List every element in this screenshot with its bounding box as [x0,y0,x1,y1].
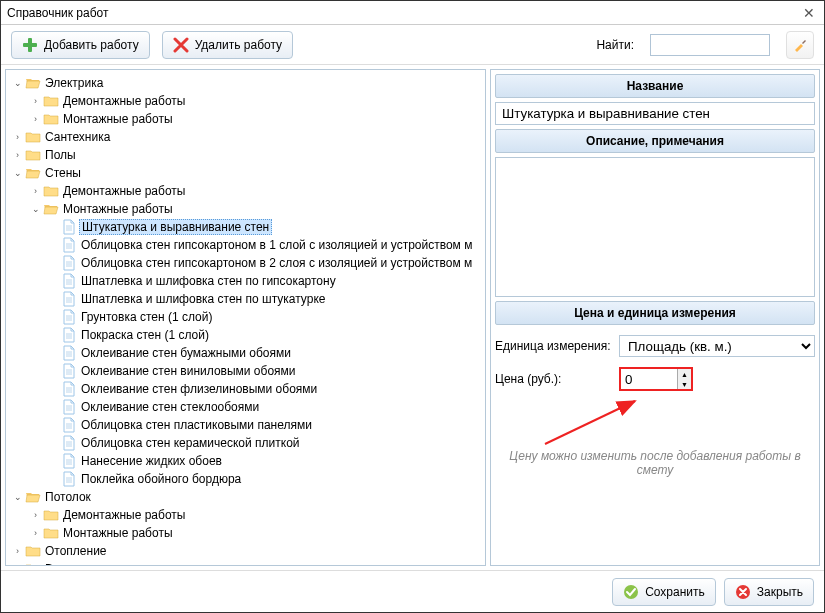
tree-folder[interactable]: ⌄Электрика [12,74,485,92]
expand-icon[interactable]: › [30,510,41,521]
tree-item[interactable]: Оклеивание стен виниловыми обоями [48,362,485,380]
tree-panel[interactable]: ⌄Электрика›Демонтажные работы›Монтажные … [5,69,486,566]
file-icon [61,381,77,397]
delete-work-button[interactable]: Удалить работу [162,31,293,59]
plus-icon [22,37,38,53]
folder-icon [43,525,59,541]
price-hint: Цену можно изменить после добавления раб… [495,449,815,477]
tree-item[interactable]: Оклеивание стен флизелиновыми обоями [48,380,485,398]
collapse-icon[interactable]: ⌄ [12,78,23,89]
tree-label: Монтажные работы [61,526,175,540]
tree-item[interactable]: Грунтовка стен (1 слой) [48,308,485,326]
brush-icon [792,37,808,53]
name-field[interactable] [495,102,815,125]
price-section-header: Цена и единица измерения [495,301,815,325]
tree-folder[interactable]: ›Демонтажные работы [30,92,485,110]
tree-folder[interactable]: ›Монтажные работы [30,524,485,542]
tree-folder[interactable]: ›Монтажные работы [30,110,485,128]
expand-icon[interactable]: › [12,150,23,161]
tree-item[interactable]: Шпатлевка и шлифовка стен по штукатурке [48,290,485,308]
expand-icon[interactable]: › [30,114,41,125]
search-button[interactable] [786,31,814,59]
details-panel: Название Описание, примечания Цена и еди… [490,69,820,566]
tree-folder[interactable]: ⌄Монтажные работы [30,200,485,218]
spinner-up-icon[interactable]: ▲ [678,369,691,379]
tree-item[interactable]: Облицовка стен керамической плиткой [48,434,485,452]
tree-folder[interactable]: ›Отопление [12,542,485,560]
close-circle-icon [735,584,751,600]
close-button[interactable]: Закрыть [724,578,814,606]
tree-folder[interactable]: ⌄Потолок [12,488,485,506]
tree-label: Облицовка стен пластиковыми панелями [79,418,314,432]
tree-label: Отопление [43,544,109,558]
tree-item[interactable]: Оклеивание стен бумажными обоями [48,344,485,362]
tree-folder[interactable]: ›Демонтажные работы [30,506,485,524]
price-label: Цена (руб.): [495,372,615,386]
tree-label: Демонтажные работы [61,94,187,108]
folder-icon [43,183,59,199]
folder-icon [43,93,59,109]
tree-folder[interactable]: ›Сантехника [12,128,485,146]
tree-label: Шпатлевка и шлифовка стен по штукатурке [79,292,327,306]
folder-icon [25,561,41,566]
collapse-icon[interactable]: ⌄ [30,204,41,215]
delete-work-label: Удалить работу [195,38,282,52]
price-stepper[interactable]: ▲ ▼ [619,367,693,391]
tree-item[interactable]: Нанесение жидких обоев [48,452,485,470]
folder-open-icon [25,489,41,505]
tree-item[interactable]: Поклейка обойного бордюра [48,470,485,488]
file-icon [61,273,77,289]
footer: Сохранить Закрыть [1,570,824,612]
name-section-header: Название [495,74,815,98]
tree-item[interactable]: Штукатурка и выравнивание стен [48,218,485,236]
folder-open-icon [25,165,41,181]
tree-item[interactable]: Оклеивание стен стеклообоями [48,398,485,416]
window-title: Справочник работ [7,6,108,20]
spinner-down-icon[interactable]: ▼ [678,379,691,389]
tree-label: Полы [43,148,78,162]
file-icon [61,363,77,379]
tree-folder[interactable]: ⌄Стены [12,164,485,182]
file-icon [61,471,77,487]
search-input[interactable] [650,34,770,56]
file-icon [61,345,77,361]
folder-icon [43,507,59,523]
svg-rect-1 [23,43,37,47]
expand-icon[interactable]: › [30,96,41,107]
expand-icon[interactable]: › [30,528,41,539]
description-field[interactable] [495,157,815,297]
tree-label: Стены [43,166,83,180]
collapse-icon[interactable]: ⌄ [12,168,23,179]
tree-item[interactable]: Облицовка стен пластиковыми панелями [48,416,485,434]
tree-label: Оклеивание стен флизелиновыми обоями [79,382,319,396]
price-input[interactable] [621,369,677,389]
add-work-button[interactable]: Добавить работу [11,31,150,59]
collapse-icon[interactable]: ⌄ [12,492,23,503]
tree-folder[interactable]: ›Вентиляция и кондицирование [12,560,485,566]
tree-folder[interactable]: ›Демонтажные работы [30,182,485,200]
expand-icon[interactable]: › [12,546,23,557]
tree-label: Штукатурка и выравнивание стен [79,219,272,235]
tree-label: Оклеивание стен виниловыми обоями [79,364,298,378]
folder-open-icon [25,75,41,91]
tree-label: Облицовка стен гипсокартоном в 2 слоя с … [79,256,474,270]
tree-folder[interactable]: ›Полы [12,146,485,164]
tree-label: Шпатлевка и шлифовка стен по гипсокартон… [79,274,338,288]
close-icon[interactable]: ✕ [800,4,818,22]
save-button[interactable]: Сохранить [612,578,716,606]
close-label: Закрыть [757,585,803,599]
tree-label: Электрика [43,76,105,90]
unit-label: Единица измерения: [495,339,615,353]
tree-item[interactable]: Шпатлевка и шлифовка стен по гипсокартон… [48,272,485,290]
add-work-label: Добавить работу [44,38,139,52]
tree-label: Сантехника [43,130,112,144]
expand-icon[interactable]: › [30,186,41,197]
expand-icon[interactable]: › [12,564,23,567]
tree-label: Демонтажные работы [61,184,187,198]
expand-icon[interactable]: › [12,132,23,143]
tree-item[interactable]: Покраска стен (1 слой) [48,326,485,344]
tree-label: Оклеивание стен стеклообоями [79,400,261,414]
tree-item[interactable]: Облицовка стен гипсокартоном в 2 слоя с … [48,254,485,272]
unit-select[interactable]: Площадь (кв. м.) [619,335,815,357]
tree-item[interactable]: Облицовка стен гипсокартоном в 1 слой с … [48,236,485,254]
